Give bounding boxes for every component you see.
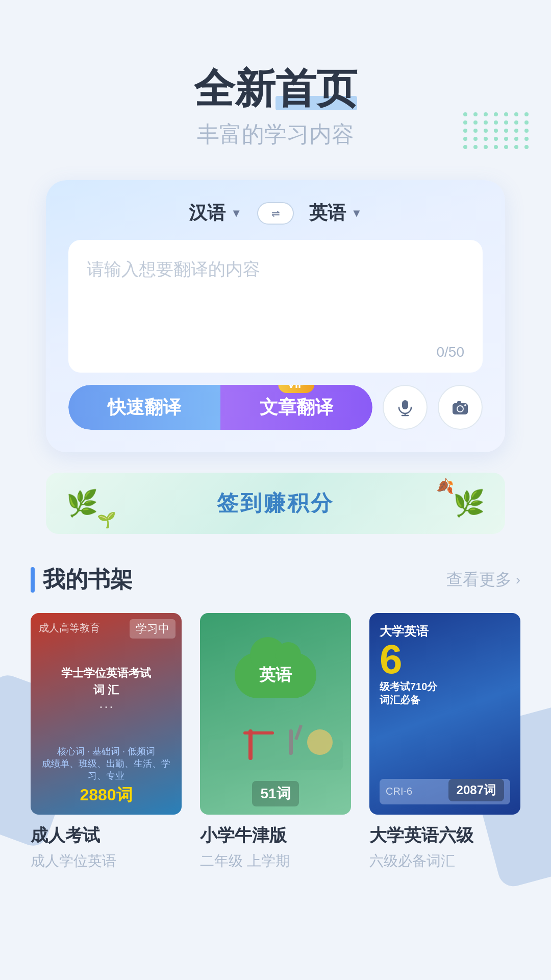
- title-part1: 全新: [194, 66, 276, 111]
- translation-input-area[interactable]: 请输入想要翻译的内容 0/50: [68, 240, 483, 373]
- book-item-3[interactable]: 大学英语 6 级考试710分词汇必备 CRI-6 2087词 大学英语六级: [369, 613, 520, 871]
- source-lang-button[interactable]: 汉语 ▼: [189, 201, 242, 226]
- section-title: 我的书架: [31, 565, 133, 595]
- leaf-left-icon: 🌿: [66, 488, 98, 518]
- subtitle: 丰富的学习内容: [194, 119, 357, 150]
- section-header: 我的书架 查看更多 ›: [31, 565, 520, 595]
- target-lang-chevron: ▼: [351, 207, 362, 220]
- swap-icon: ⇌: [271, 207, 280, 219]
- book-item-1[interactable]: 成人高等教育 学习中 学士学位英语考试词 汇· · · 核心词 · 基础词 · …: [31, 613, 182, 871]
- book2-word-count: 51词: [252, 781, 298, 806]
- see-more-arrow: ›: [516, 572, 520, 588]
- see-more-label: 查看更多: [446, 569, 512, 591]
- input-placeholder: 请输入想要翻译的内容: [87, 255, 464, 283]
- section-title-bar: [31, 567, 35, 593]
- vip-badge: VIP: [278, 385, 314, 393]
- book2-cloud: 英语: [235, 652, 316, 698]
- book-cover-2: 英语 51词: [200, 613, 351, 815]
- signin-banner[interactable]: 🌿 🌱 签到赚积分 🍂 🌿: [46, 473, 505, 534]
- source-lang-chevron: ▼: [231, 207, 242, 220]
- translate-btn-group: 快速翻译 VIP 文章翻译: [68, 385, 372, 430]
- book1-sub: 成人学位英语: [31, 851, 182, 871]
- mic-button[interactable]: [383, 385, 428, 430]
- char-count: 0/50: [437, 344, 465, 360]
- book2-name: 小学牛津版: [200, 824, 351, 847]
- article-translate-label: 文章翻译: [260, 397, 333, 418]
- book1-subtitle: 核心词 · 基础词 · 低频词成绩单、班级、出勤、生活、学习、专业: [39, 745, 173, 782]
- translation-card: 汉语 ▼ ⇌ 英语 ▼ 请输入想要翻译的内容 0/50 快速翻译 VI: [46, 180, 505, 452]
- article-translate-button[interactable]: VIP 文章翻译: [220, 385, 372, 430]
- book3-sub: 六级必备词汇: [369, 851, 520, 871]
- camera-button[interactable]: [438, 385, 483, 430]
- see-more-button[interactable]: 查看更多 ›: [446, 569, 520, 591]
- svg-rect-6: [457, 401, 461, 404]
- bookshelf-section: 我的书架 查看更多 › 成人高等教育 学习中 学士学位英语考试词 汇· · ·: [20, 565, 531, 871]
- book1-learning-badge: 学习中: [130, 619, 176, 639]
- quick-translate-label: 快速翻译: [108, 397, 181, 418]
- book3-title: 大学英语 6 级考试710分词汇必备: [380, 623, 510, 706]
- book1-word-count: 2880词: [39, 784, 173, 806]
- quick-translate-button[interactable]: 快速翻译: [68, 385, 220, 430]
- book1-top-label: 成人高等教育: [39, 621, 100, 635]
- book3-name: 大学英语六级: [369, 824, 520, 847]
- book3-word-count: 2087词: [448, 779, 504, 801]
- book-item-2[interactable]: 英语 51词 小学牛津版: [200, 613, 351, 871]
- target-lang-button[interactable]: 英语 ▼: [309, 201, 362, 226]
- lang-selector: 汉语 ▼ ⇌ 英语 ▼: [68, 201, 483, 226]
- leaf-small-left-icon: 🌱: [97, 511, 116, 529]
- svg-point-7: [464, 404, 466, 406]
- book-cover-1: 成人高等教育 学习中 学士学位英语考试词 汇· · · 核心词 · 基础词 · …: [31, 613, 182, 815]
- book-grid: 成人高等教育 学习中 学士学位英语考试词 汇· · · 核心词 · 基础词 · …: [31, 613, 520, 871]
- section-title-text: 我的书架: [43, 565, 133, 595]
- main-title: 全新首页: [194, 66, 357, 111]
- book2-sub: 二年级 上学期: [200, 851, 351, 871]
- book-cover-3: 大学英语 6 级考试710分词汇必备 CRI-6 2087词: [369, 613, 520, 815]
- leaf-right-icon: 🌿: [453, 488, 485, 518]
- swap-lang-button[interactable]: ⇌: [257, 202, 294, 225]
- leaf-small-right-icon: 🍂: [436, 478, 454, 495]
- target-lang-label: 英语: [309, 201, 346, 226]
- header-section: 全新首页 丰富的学习内容: [194, 66, 357, 150]
- signin-text: 签到赚积分: [217, 489, 334, 518]
- svg-point-5: [458, 406, 463, 411]
- book1-title: 学士学位英语考试词 汇· · ·: [39, 665, 173, 715]
- book3-bottom-bar: CRI-6 2087词: [380, 779, 510, 804]
- title-part2: 首页: [276, 66, 357, 111]
- book2-label: 英语: [259, 664, 292, 687]
- source-lang-label: 汉语: [189, 201, 226, 226]
- book1-name: 成人考试: [31, 824, 182, 847]
- svg-rect-0: [402, 400, 408, 409]
- action-row: 快速翻译 VIP 文章翻译: [68, 385, 483, 430]
